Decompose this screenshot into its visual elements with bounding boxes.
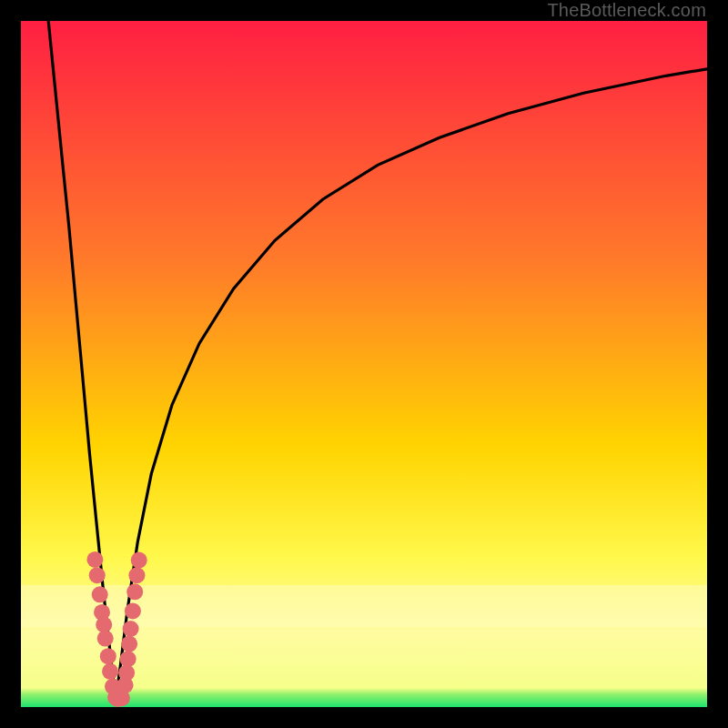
data-point [131, 552, 147, 569]
data-point [123, 621, 139, 637]
data-point [100, 648, 116, 664]
data-point [92, 586, 108, 602]
data-point [128, 567, 145, 583]
data-point [89, 567, 106, 583]
watermark-text: TheBottleneck.com [547, 0, 706, 21]
bottleneck-chart [21, 21, 707, 707]
pale-band [21, 585, 707, 627]
data-point [121, 636, 137, 652]
data-point [102, 663, 118, 680]
data-point [86, 551, 103, 568]
data-point [120, 651, 136, 667]
data-point [125, 602, 141, 619]
data-point [97, 631, 114, 647]
chart-frame [21, 21, 707, 707]
data-point [126, 583, 143, 600]
